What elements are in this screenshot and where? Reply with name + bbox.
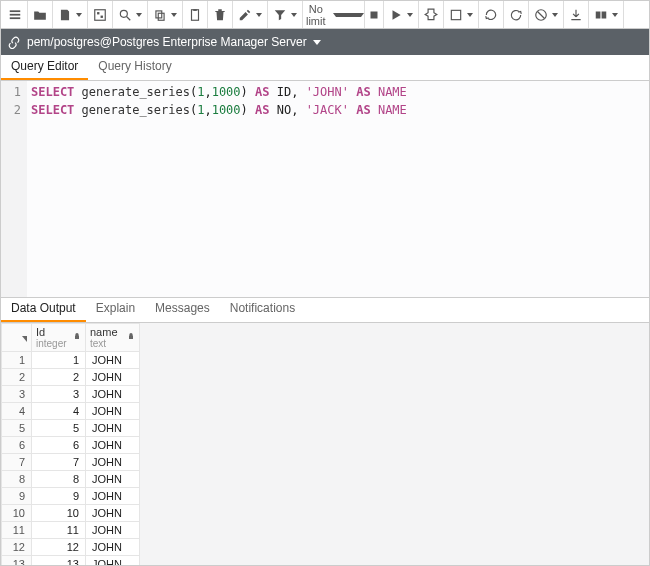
copy-button[interactable] <box>148 1 183 28</box>
cell-id[interactable]: 8 <box>32 471 86 488</box>
paste-button[interactable] <box>183 1 208 28</box>
cell-id[interactable]: 12 <box>32 539 86 556</box>
cell-name[interactable]: JOHN <box>86 386 140 403</box>
auto-rollback-button[interactable] <box>479 1 504 28</box>
save-data-button[interactable] <box>3 1 28 28</box>
tab-data-output[interactable]: Data Output <box>1 295 86 322</box>
stop-button[interactable] <box>365 1 384 28</box>
cell-id[interactable]: 13 <box>32 556 86 566</box>
row-number[interactable]: 12 <box>2 539 32 556</box>
cell-name[interactable]: JOHN <box>86 352 140 369</box>
table-row[interactable]: 77JOHN <box>2 454 140 471</box>
row-number[interactable]: 3 <box>2 386 32 403</box>
table-row[interactable]: 1111JOHN <box>2 522 140 539</box>
cell-id[interactable]: 4 <box>32 403 86 420</box>
filter-button[interactable] <box>268 1 303 28</box>
cell-id[interactable]: 10 <box>32 505 86 522</box>
sql-editor[interactable]: 12 SELECT generate_series(1,1000) AS ID,… <box>1 81 649 297</box>
cancel-query-button[interactable] <box>529 1 564 28</box>
tab-query-history[interactable]: Query History <box>88 53 181 80</box>
edit-button[interactable] <box>233 1 268 28</box>
code-area[interactable]: SELECT generate_series(1,1000) AS ID, 'J… <box>27 81 649 297</box>
rows-limit-select[interactable]: No limit <box>303 1 365 28</box>
table-row[interactable]: 1010JOHN <box>2 505 140 522</box>
connection-bar[interactable]: pem/postgres@Postgres Enterprise Manager… <box>1 29 649 55</box>
cell-name[interactable]: JOHN <box>86 437 140 454</box>
svg-rect-10 <box>192 9 199 20</box>
cell-id[interactable]: 9 <box>32 488 86 505</box>
save-file-button[interactable] <box>53 1 88 28</box>
download-button[interactable] <box>564 1 589 28</box>
lock-icon <box>127 330 135 342</box>
cell-name[interactable]: JOHN <box>86 522 140 539</box>
svg-rect-2 <box>10 17 21 19</box>
explain-button[interactable] <box>419 1 444 28</box>
row-number[interactable]: 10 <box>2 505 32 522</box>
row-number[interactable]: 13 <box>2 556 32 566</box>
open-file-button[interactable] <box>28 1 53 28</box>
svg-rect-8 <box>156 10 162 17</box>
cell-id[interactable]: 1 <box>32 352 86 369</box>
svg-rect-17 <box>602 11 607 18</box>
row-number[interactable]: 8 <box>2 471 32 488</box>
svg-rect-0 <box>10 10 21 12</box>
cell-name[interactable]: JOHN <box>86 556 140 566</box>
row-number[interactable]: 2 <box>2 369 32 386</box>
row-number[interactable]: 6 <box>2 437 32 454</box>
table-row[interactable]: 1313JOHN <box>2 556 140 566</box>
tab-notifications[interactable]: Notifications <box>220 295 305 322</box>
cell-name[interactable]: JOHN <box>86 420 140 437</box>
cell-name[interactable]: JOHN <box>86 539 140 556</box>
output-tabs: Data OutputExplainMessagesNotifications <box>1 297 649 323</box>
cell-id[interactable]: 6 <box>32 437 86 454</box>
tab-messages[interactable]: Messages <box>145 295 220 322</box>
cell-id[interactable]: 11 <box>32 522 86 539</box>
search-button[interactable] <box>113 1 148 28</box>
row-number[interactable]: 5 <box>2 420 32 437</box>
tab-explain[interactable]: Explain <box>86 295 145 322</box>
column-header-name[interactable]: nametext <box>86 324 140 352</box>
lock-icon <box>73 330 81 342</box>
row-number[interactable]: 1 <box>2 352 32 369</box>
data-output-panel: Idintegernametext11JOHN22JOHN33JOHN44JOH… <box>1 323 649 565</box>
svg-line-7 <box>127 16 131 20</box>
cell-name[interactable]: JOHN <box>86 471 140 488</box>
column-header-id[interactable]: Idinteger <box>32 324 86 352</box>
macros-button[interactable] <box>589 1 624 28</box>
row-header-corner[interactable] <box>2 324 32 352</box>
table-row[interactable]: 22JOHN <box>2 369 140 386</box>
row-number[interactable]: 7 <box>2 454 32 471</box>
svg-rect-12 <box>371 11 378 18</box>
auto-commit-button[interactable] <box>504 1 529 28</box>
table-row[interactable]: 11JOHN <box>2 352 140 369</box>
cell-id[interactable]: 3 <box>32 386 86 403</box>
delete-button[interactable] <box>208 1 233 28</box>
row-number[interactable]: 11 <box>2 522 32 539</box>
svg-point-6 <box>120 10 127 17</box>
cell-id[interactable]: 5 <box>32 420 86 437</box>
row-number[interactable]: 9 <box>2 488 32 505</box>
table-row[interactable]: 1212JOHN <box>2 539 140 556</box>
cell-id[interactable]: 2 <box>32 369 86 386</box>
table-row[interactable]: 33JOHN <box>2 386 140 403</box>
tab-query-editor[interactable]: Query Editor <box>1 53 88 80</box>
commit-button[interactable] <box>444 1 479 28</box>
cell-name[interactable]: JOHN <box>86 403 140 420</box>
cell-id[interactable]: 7 <box>32 454 86 471</box>
svg-rect-16 <box>596 11 601 18</box>
table-row[interactable]: 55JOHN <box>2 420 140 437</box>
table-row[interactable]: 66JOHN <box>2 437 140 454</box>
table-row[interactable]: 44JOHN <box>2 403 140 420</box>
table-row[interactable]: 88JOHN <box>2 471 140 488</box>
find-replace-button[interactable] <box>88 1 113 28</box>
editor-tabs: Query EditorQuery History <box>1 55 649 81</box>
execute-button[interactable] <box>384 1 419 28</box>
cell-name[interactable]: JOHN <box>86 369 140 386</box>
table-row[interactable]: 99JOHN <box>2 488 140 505</box>
cell-name[interactable]: JOHN <box>86 454 140 471</box>
row-number[interactable]: 4 <box>2 403 32 420</box>
connection-label: pem/postgres@Postgres Enterprise Manager… <box>27 35 307 49</box>
cell-name[interactable]: JOHN <box>86 505 140 522</box>
result-grid[interactable]: Idintegernametext11JOHN22JOHN33JOHN44JOH… <box>1 323 140 565</box>
cell-name[interactable]: JOHN <box>86 488 140 505</box>
